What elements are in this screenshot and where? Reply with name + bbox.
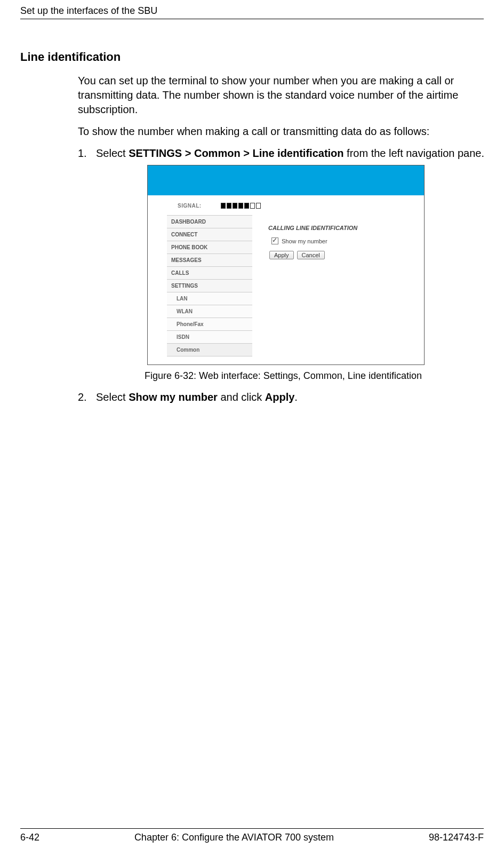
nav-sub-common[interactable]: Common	[167, 344, 252, 356]
step-2-text: Select Show my number and click Apply.	[96, 390, 489, 405]
step-2-number: 2.	[78, 390, 96, 405]
nav-item-dashboard[interactable]: DASHBOARD	[167, 215, 252, 228]
step-2-bold2: Apply	[265, 391, 295, 403]
signal-bar-icon	[227, 203, 231, 209]
nav-sub-isdn[interactable]: ISDN	[167, 331, 252, 344]
step-2-bold1: Show my number	[129, 391, 218, 403]
step-2-post: .	[294, 391, 298, 403]
signal-bars	[221, 203, 261, 209]
signal-bar-icon	[244, 203, 249, 209]
cancel-button[interactable]: Cancel	[297, 251, 325, 259]
nav-sub-wlan[interactable]: WLAN	[167, 305, 252, 318]
signal-row: SIGNAL:	[148, 195, 424, 215]
footer-rule	[20, 828, 484, 829]
footer-doc-id: 98-124743-F	[429, 832, 484, 843]
nav-item-settings[interactable]: SETTINGS	[167, 280, 252, 292]
nav-sub-phone-fax[interactable]: Phone/Fax	[167, 318, 252, 331]
step-1-bold: SETTINGS > Common > Line identification	[129, 147, 343, 159]
show-my-number-checkbox[interactable]	[271, 237, 278, 244]
step-1-post: from the left navigation pane.	[344, 147, 485, 159]
nav-item-connect[interactable]: CONNECT	[167, 228, 252, 241]
show-my-number-label: Show my number	[282, 238, 327, 244]
signal-bar-icon	[250, 203, 255, 209]
nav-item-messages[interactable]: MESSAGES	[167, 254, 252, 267]
screenshot-left-gutter	[148, 215, 167, 364]
step-1-number: 1.	[78, 146, 96, 161]
signal-bar-icon	[221, 203, 226, 209]
step-1-text: Select SETTINGS > Common > Line identifi…	[96, 146, 489, 161]
intro-paragraph-2: To show the number when making a call or…	[78, 124, 489, 139]
nav-item-phone-book[interactable]: PHONE BOOK	[167, 241, 252, 254]
figure-screenshot: SIGNAL:	[147, 165, 489, 365]
footer-page-number: 6-42	[20, 832, 39, 843]
screenshot-panel: CALLING LINE IDENTIFICATION Show my numb…	[252, 215, 424, 364]
step-2-mid: and click	[218, 391, 265, 403]
nav-item-calls[interactable]: CALLS	[167, 267, 252, 280]
step-2-pre: Select	[96, 391, 129, 403]
step-1: 1. Select SETTINGS > Common > Line ident…	[78, 146, 489, 161]
nav-sub-lan[interactable]: LAN	[167, 292, 252, 305]
screenshot-nav: DASHBOARD CONNECT PHONE BOOK MESSAGES CA…	[167, 215, 252, 364]
step-2: 2. Select Show my number and click Apply…	[78, 390, 489, 405]
panel-title: CALLING LINE IDENTIFICATION	[268, 225, 424, 231]
apply-button[interactable]: Apply	[269, 251, 294, 259]
figure-caption: Figure 6-32: Web interface: Settings, Co…	[78, 370, 489, 382]
section-heading: Line identification	[20, 50, 484, 64]
footer-chapter: Chapter 6: Configure the AVIATOR 700 sys…	[134, 832, 334, 843]
signal-bar-icon	[256, 203, 261, 209]
web-interface-screenshot: SIGNAL:	[147, 165, 425, 365]
signal-bar-icon	[233, 203, 237, 209]
signal-bar-icon	[238, 203, 243, 209]
running-header: Set up the interfaces of the SBU	[20, 0, 484, 17]
signal-label: SIGNAL:	[178, 203, 202, 209]
step-1-pre: Select	[96, 147, 129, 159]
intro-paragraph-1: You can set up the terminal to show your…	[78, 74, 489, 117]
screenshot-topbar	[148, 165, 424, 195]
